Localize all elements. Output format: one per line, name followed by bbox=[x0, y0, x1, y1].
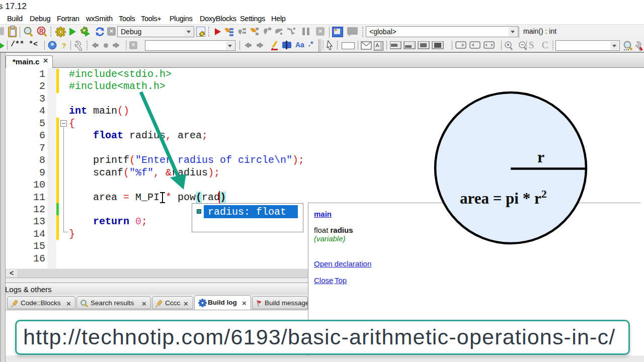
svg-text:R: R bbox=[39, 28, 44, 35]
svg-text:r: r bbox=[537, 148, 544, 166]
svg-text:area = pi * r2: area = pi * r2 bbox=[460, 188, 547, 207]
